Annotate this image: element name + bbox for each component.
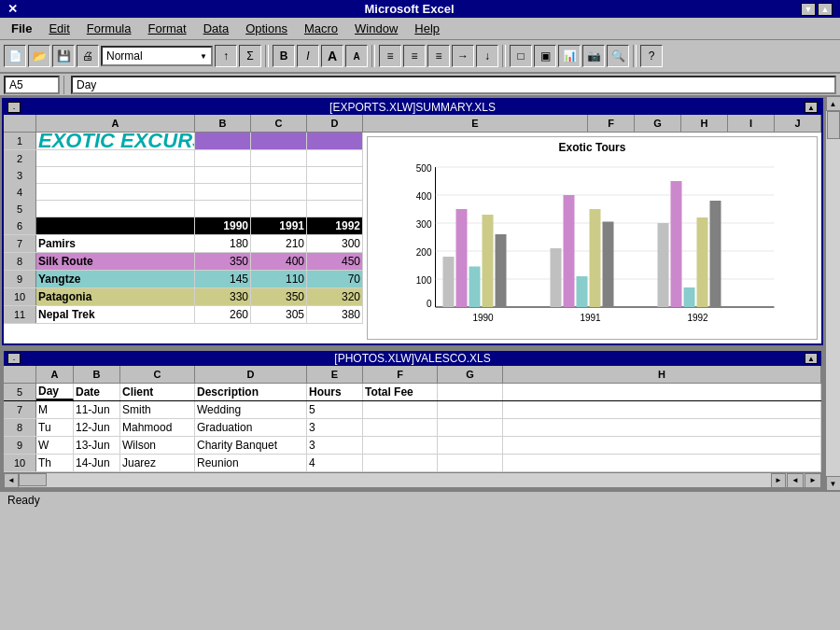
bot-col-F[interactable]: F: [363, 366, 438, 383]
bot-cell-b9[interactable]: 13-Jun: [74, 437, 120, 454]
cell-b7[interactable]: 180: [195, 235, 251, 252]
bot-cell-e7[interactable]: 5: [307, 401, 363, 418]
scroll-up-btn[interactable]: ▲: [826, 96, 841, 111]
fill-right-btn[interactable]: →: [452, 45, 474, 67]
cell-c8[interactable]: 400: [251, 253, 307, 270]
cell-d8[interactable]: 450: [307, 253, 363, 270]
cell-c9[interactable]: 110: [251, 271, 307, 287]
new-btn[interactable]: 📄: [4, 45, 26, 67]
cell-b6[interactable]: 1990: [195, 217, 251, 234]
cell-d5[interactable]: [307, 201, 363, 217]
right-align-btn[interactable]: ≡: [427, 45, 450, 67]
bold-btn[interactable]: B: [273, 45, 295, 67]
menu-formula[interactable]: Formula: [79, 20, 139, 37]
col-H-header[interactable]: H: [681, 115, 728, 132]
cell-d6[interactable]: 1992: [307, 217, 363, 234]
font-inc-btn[interactable]: A: [321, 45, 343, 67]
menu-format[interactable]: Format: [141, 20, 194, 37]
center-align-btn[interactable]: ≡: [403, 45, 426, 67]
cell-b11[interactable]: 260: [195, 306, 251, 323]
menu-window[interactable]: Window: [347, 20, 405, 37]
bot-cell-b10[interactable]: 14-Jun: [74, 455, 120, 471]
formula-content[interactable]: Day: [71, 76, 836, 94]
col-C-header[interactable]: C: [251, 115, 307, 132]
cell-d11[interactable]: 380: [307, 306, 363, 323]
cell-d4[interactable]: [307, 184, 363, 201]
col-A-header[interactable]: A: [36, 115, 195, 132]
cell-a9[interactable]: Yangtze: [36, 271, 195, 287]
scroll-v-thumb[interactable]: [827, 111, 840, 139]
bot-cell-f5[interactable]: Total Fee: [363, 384, 438, 400]
bot-cell-d8[interactable]: Graduation: [195, 419, 307, 436]
scroll-left-btn[interactable]: ◄: [4, 473, 19, 488]
bot-cell-b7[interactable]: 11-Jun: [74, 401, 120, 418]
frame-btn[interactable]: ▣: [534, 45, 556, 67]
bot-col-E[interactable]: E: [307, 366, 363, 383]
bot-cell-c7[interactable]: Smith: [120, 401, 195, 418]
bot-cell-e8[interactable]: 3: [307, 419, 363, 436]
open-btn[interactable]: 📂: [28, 45, 50, 67]
menu-macro[interactable]: Macro: [297, 20, 345, 37]
cell-c4[interactable]: [251, 184, 307, 201]
sheet-nav-1[interactable]: ◄: [787, 473, 804, 488]
bot-cell-a7[interactable]: M: [36, 401, 74, 418]
save-btn[interactable]: 💾: [52, 45, 75, 67]
chart-btn[interactable]: 📊: [558, 45, 581, 67]
sum-btn[interactable]: Σ: [239, 45, 261, 67]
cell-a7[interactable]: Pamirs: [36, 235, 195, 252]
help-btn[interactable]: ?: [640, 45, 663, 67]
bot-cell-g5[interactable]: [438, 384, 503, 400]
bot-cell-f7[interactable]: [363, 401, 438, 418]
cell-d3[interactable]: [307, 167, 363, 184]
font-dec-btn[interactable]: A: [345, 45, 368, 67]
bot-col-B[interactable]: B: [74, 366, 120, 383]
top-sheet-ctrl[interactable]: -: [7, 102, 21, 113]
bot-cell-d10[interactable]: Reunion: [195, 455, 307, 471]
menu-options[interactable]: Options: [238, 20, 295, 37]
cell-a1[interactable]: EXOTIC EXCURSIONS: [36, 133, 195, 149]
italic-btn[interactable]: I: [297, 45, 319, 67]
cell-c10[interactable]: 350: [251, 288, 307, 305]
menu-file[interactable]: File: [4, 20, 39, 37]
cell-a11[interactable]: Nepal Trek: [36, 306, 195, 323]
cell-d2[interactable]: [307, 150, 363, 167]
bot-cell-d9[interactable]: Charity Banquet: [195, 437, 307, 454]
sort-asc-btn[interactable]: ↑: [215, 45, 237, 67]
minimize-btn[interactable]: ▼: [801, 3, 816, 16]
cell-c3[interactable]: [251, 167, 307, 184]
menu-data[interactable]: Data: [196, 20, 236, 37]
col-B-header[interactable]: B: [195, 115, 251, 132]
horizontal-scrollbar[interactable]: ◄ ► ◄ ►: [4, 472, 821, 487]
col-D-header[interactable]: D: [307, 115, 363, 132]
bot-cell-h9[interactable]: [503, 437, 821, 454]
bot-cell-f8[interactable]: [363, 419, 438, 436]
cell-c1[interactable]: [251, 133, 307, 149]
cell-d7[interactable]: 300: [307, 235, 363, 252]
cell-b2[interactable]: [195, 150, 251, 167]
cell-a2[interactable]: [36, 150, 195, 167]
bot-col-A[interactable]: A: [36, 366, 74, 383]
bot-cell-c9[interactable]: Wilson: [120, 437, 195, 454]
top-sheet-max[interactable]: ▲: [805, 102, 818, 113]
cell-a6[interactable]: [36, 217, 195, 234]
scroll-right-btn[interactable]: ►: [771, 473, 786, 488]
camera-btn[interactable]: 📷: [582, 45, 605, 67]
col-E-header[interactable]: E: [363, 115, 588, 132]
cell-b10[interactable]: 330: [195, 288, 251, 305]
cell-a8[interactable]: Silk Route: [36, 253, 195, 270]
cell-b5[interactable]: [195, 201, 251, 217]
bot-cell-c8[interactable]: Mahmood: [120, 419, 195, 436]
scroll-h-track[interactable]: [19, 473, 771, 487]
cell-c2[interactable]: [251, 150, 307, 167]
cell-b4[interactable]: [195, 184, 251, 201]
cell-b1[interactable]: [195, 133, 251, 149]
bot-cell-c5[interactable]: Client: [120, 384, 195, 400]
maximize-btn[interactable]: ▲: [818, 3, 833, 16]
cell-c6[interactable]: 1991: [251, 217, 307, 234]
bottom-sheet-max[interactable]: ▲: [805, 353, 818, 364]
cell-c7[interactable]: 210: [251, 235, 307, 252]
bot-col-G[interactable]: G: [438, 366, 503, 383]
bot-col-D[interactable]: D: [195, 366, 307, 383]
bot-cell-h10[interactable]: [503, 455, 821, 471]
bot-cell-a5[interactable]: Day: [36, 384, 74, 400]
